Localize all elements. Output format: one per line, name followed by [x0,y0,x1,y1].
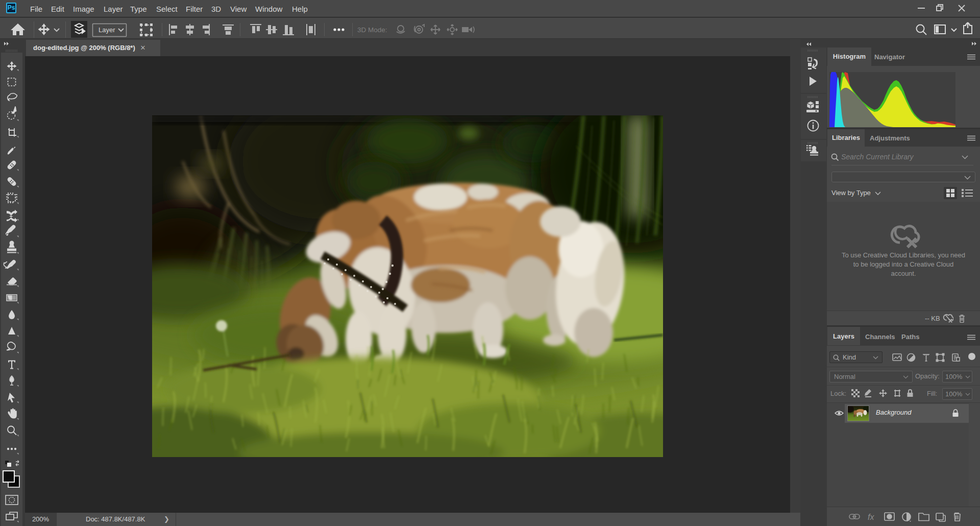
svg-text:3D Mode:: 3D Mode: [357,26,387,34]
svg-text:Layer: Layer [99,26,115,34]
svg-text:fx: fx [868,513,874,521]
